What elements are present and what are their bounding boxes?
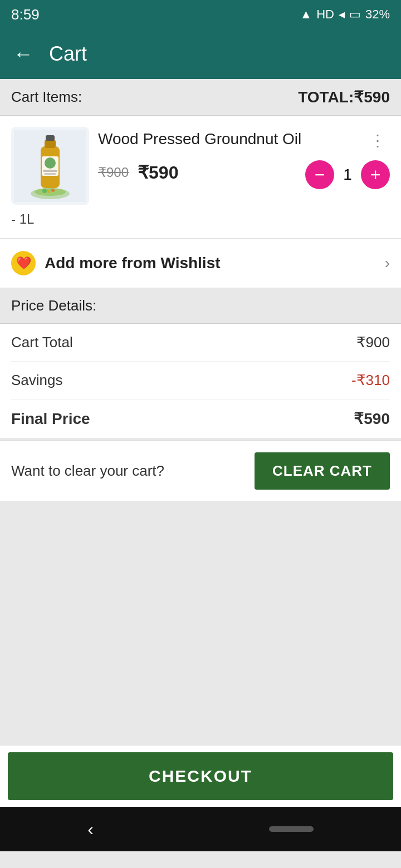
svg-point-12 (47, 190, 50, 193)
svg-rect-3 (46, 135, 55, 141)
product-info: Wood Pressed Groundnut Oil ⋮ ₹900 ₹590 −… (98, 127, 390, 189)
price-details-body: Cart Total ₹900 Savings -₹310 Final Pric… (0, 324, 401, 438)
total-label: TOTAL: (298, 88, 354, 106)
product-pricing: ₹900 ₹590 (98, 162, 178, 183)
svg-point-10 (42, 189, 47, 193)
cart-total-value: ₹900 (356, 334, 390, 351)
original-price: ₹900 (98, 165, 129, 180)
final-price-label: Final Price (11, 410, 90, 428)
page-title: Cart (49, 42, 87, 66)
product-image (11, 127, 89, 205)
status-time: 8:59 (11, 6, 40, 23)
more-options-button[interactable]: ⋮ (365, 129, 390, 152)
product-row: Wood Pressed Groundnut Oil ⋮ ₹900 ₹590 −… (11, 127, 390, 205)
discounted-price: ₹590 (138, 162, 178, 183)
svg-point-9 (35, 188, 66, 196)
increase-quantity-button[interactable]: + (361, 160, 390, 189)
checkout-bar: CHECKOUT (0, 746, 401, 807)
svg-rect-7 (44, 173, 56, 175)
product-card: Wood Pressed Groundnut Oil ⋮ ₹900 ₹590 −… (0, 116, 401, 239)
chevron-right-icon: › (385, 254, 390, 272)
battery-icon: ▭ (349, 7, 361, 22)
price-details-header: Price Details: (0, 288, 401, 324)
status-indicators: ▲ HD ◂ ▭ 32% (300, 7, 390, 22)
checkout-button[interactable]: CHECKOUT (8, 752, 393, 800)
svg-rect-6 (43, 170, 57, 172)
cart-total-label: Cart Total (11, 334, 73, 351)
svg-rect-2 (45, 140, 56, 148)
back-button[interactable]: ← (11, 42, 36, 66)
heart-icon: ❤️ (11, 251, 36, 275)
savings-label: Savings (11, 372, 63, 389)
product-name: Wood Pressed Groundnut Oil (98, 129, 301, 149)
nav-back-button[interactable]: ‹ (87, 819, 94, 840)
signal-icon: ◂ (339, 7, 345, 22)
quantity-controls: − 1 + (305, 156, 390, 189)
clear-cart-section: Want to clear your cart? CLEAR CART (0, 440, 401, 501)
cart-items-bar: Cart Items: TOTAL:₹590 (0, 79, 401, 116)
quantity-value: 1 (341, 166, 354, 184)
nav-bar: ‹ (0, 807, 401, 851)
wishlist-row[interactable]: ❤️ Add more from Wishlist › (0, 239, 401, 288)
svg-point-5 (45, 157, 56, 169)
total-value: ₹590 (354, 88, 390, 106)
cart-total-display: TOTAL:₹590 (298, 88, 390, 106)
wishlist-label: Add more from Wishlist (45, 254, 221, 272)
status-bar: 8:59 ▲ HD ◂ ▭ 32% (0, 0, 401, 29)
savings-row: Savings -₹310 (11, 362, 390, 400)
decrease-quantity-button[interactable]: − (305, 160, 334, 189)
svg-point-11 (51, 189, 55, 192)
hd-indicator: HD (316, 7, 334, 22)
clear-cart-prompt: Want to clear your cart? (11, 462, 164, 480)
final-price-row: Final Price ₹590 (11, 400, 390, 438)
savings-value: -₹310 (351, 372, 390, 389)
battery-percent: 32% (365, 7, 390, 22)
price-details-title: Price Details: (11, 297, 96, 314)
final-price-value: ₹590 (354, 410, 390, 428)
wishlist-left: ❤️ Add more from Wishlist (11, 251, 221, 275)
clear-cart-button[interactable]: CLEAR CART (255, 452, 390, 490)
product-variant: - 1L (11, 211, 390, 227)
empty-space (0, 501, 401, 746)
app-header: ← Cart (0, 29, 401, 79)
product-name-row: Wood Pressed Groundnut Oil ⋮ (98, 129, 390, 156)
cart-items-label: Cart Items: (11, 88, 82, 106)
cart-total-row: Cart Total ₹900 (11, 324, 390, 362)
nav-home-indicator[interactable] (269, 826, 314, 832)
wifi-icon: ▲ (300, 7, 312, 22)
